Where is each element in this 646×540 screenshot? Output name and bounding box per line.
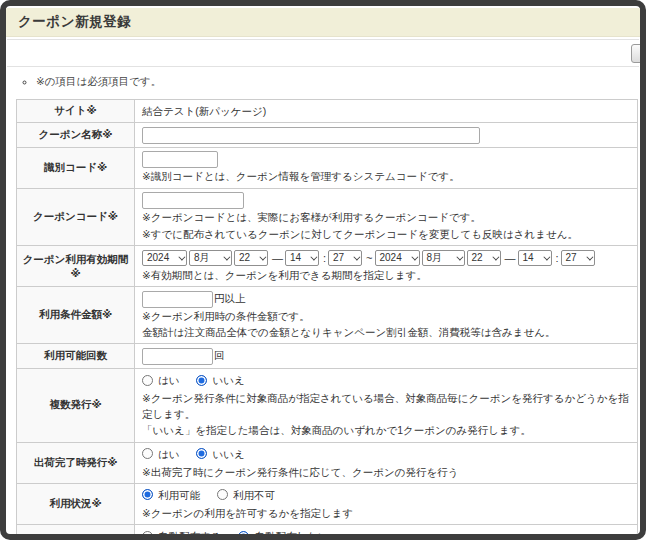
row-condition-amount: 利用条件金額※ 円以上 ※クーポン利用時の条件金額です。 金額計は注文商品全体で… [17, 286, 638, 343]
label-condition-amount: 利用条件金額※ [17, 286, 135, 343]
id-code-note: ※識別コードとは、クーポン情報を管理するシステムコードです。 [142, 168, 630, 184]
period-start-year-select[interactable]: 2024 [142, 250, 187, 266]
usage-status-radio-group: 利用可能 利用不可 [142, 487, 630, 505]
period-end-month-select[interactable]: 8月 [422, 250, 465, 266]
period-end-year-select[interactable]: 2024 [375, 250, 420, 266]
site-value: 結合テスト(新パッケージ) [142, 105, 266, 117]
row-coupon-name: クーポン名称※ [17, 123, 638, 148]
chevron-down-icon [492, 253, 499, 260]
chevron-down-icon [456, 253, 463, 260]
multi-issue-option-yes[interactable]: はい [142, 372, 180, 388]
count-suffix: 回 [214, 349, 225, 361]
select-value: 14 [523, 250, 534, 266]
row-id-code: 識別コード※ ※識別コードとは、クーポン情報を管理するシステムコードです。 [17, 147, 638, 188]
label-coupon-code: クーポンコード※ [17, 188, 135, 245]
select-value: 8月 [194, 250, 210, 266]
row-ship-issue: 出荷完了時発行※ はい いいえ ※出荷完了時にクーポン発行条件に応じて、クーポン… [17, 442, 638, 483]
radio-label: いいえ [212, 372, 244, 388]
coupon-code-input[interactable] [142, 192, 244, 209]
auto-distribute-option-no[interactable]: 自動配布しない [238, 528, 328, 540]
ship-issue-option-no[interactable]: いいえ [196, 446, 244, 462]
cutoff-button[interactable] [631, 44, 644, 63]
select-value: 27 [333, 250, 344, 266]
chevron-down-icon [543, 253, 550, 260]
label-auto-distribute: 自動配布※ [17, 524, 135, 540]
usable-count-input[interactable] [142, 348, 213, 365]
required-note: ※の項目は必須項目です。 [36, 74, 640, 90]
row-valid-period: クーポン利用有効期間※ 2024 8月 22 — 14 [17, 245, 638, 286]
valid-period-note: ※有効期間とは、クーポンを利用できる期間を指定します。 [142, 267, 630, 283]
window-frame: クーポン新規登録 ※の項目は必須項目です。 サイト※ 結合テスト(新パッケージ)… [0, 0, 646, 540]
auto-distribute-option-yes[interactable]: 自動配布する [142, 528, 222, 540]
radio-label: 利用不可 [233, 487, 275, 503]
chevron-down-icon [178, 253, 185, 260]
multi-issue-note-2: 「いいえ」を指定した場合は、対象商品のいずれかで1クーポンのみ発行します。 [142, 422, 630, 438]
required-note-area: ※の項目は必須項目です。 [6, 67, 640, 96]
range-separator: ~ [366, 252, 372, 264]
label-valid-period: クーポン利用有効期間※ [17, 245, 135, 286]
row-site: サイト※ 結合テスト(新パッケージ) [17, 99, 638, 122]
condition-amount-note-2: 金額計は注文商品全体での金額となりキャンペーン割引金額、消費税等は含みません。 [142, 324, 630, 340]
time-separator: : [323, 252, 326, 264]
condition-amount-note-1: ※クーポン利用時の条件金額です。 [142, 308, 630, 324]
row-usage-status: 利用状況※ 利用可能 利用不可 ※クーポンの利用を許可するかを指定します [17, 483, 638, 524]
coupon-code-note-1: ※クーポンコードとは、実際にお客様が利用するクーポンコードです。 [142, 209, 630, 225]
ship-issue-option-yes[interactable]: はい [142, 446, 180, 462]
usage-status-note: ※クーポンの利用を許可するかを指定します [142, 505, 630, 521]
row-auto-distribute: 自動配布※ 自動配布する 自動配布しない ※新規店舗を登録時に発行期間内であれば… [17, 524, 638, 540]
radio-unchecked-icon [142, 448, 153, 459]
radio-label: いいえ [212, 446, 244, 462]
label-usable-count: 利用可能回数 [17, 344, 135, 369]
label-usage-status: 利用状況※ [17, 483, 135, 524]
select-value: 2024 [380, 250, 402, 266]
ship-issue-note: ※出荷完了時にクーポン発行条件に応じて、クーポンの発行を行う [142, 464, 630, 480]
chevron-down-icon [259, 253, 266, 260]
usage-status-option-enabled[interactable]: 利用可能 [142, 487, 200, 503]
ship-issue-radio-group: はい いいえ [142, 446, 630, 464]
toolbar [7, 39, 639, 67]
coupon-name-input[interactable] [142, 127, 480, 144]
row-coupon-code: クーポンコード※ ※クーポンコードとは、実際にお客様が利用するクーポンコードです… [17, 188, 638, 245]
period-selects: 2024 8月 22 — 14 : 27 [142, 249, 630, 267]
coupon-form-table: サイト※ 結合テスト(新パッケージ) クーポン名称※ 識別コード※ ※識別コード… [16, 99, 638, 540]
radio-unchecked-icon [142, 375, 153, 386]
period-start-day-select[interactable]: 22 [234, 250, 268, 266]
select-value: 22 [239, 250, 250, 266]
period-start-hour-select[interactable]: 14 [285, 250, 319, 266]
select-value: 22 [472, 250, 483, 266]
chevron-down-icon [310, 253, 317, 260]
radio-label: はい [158, 446, 180, 462]
id-code-input[interactable] [142, 151, 218, 168]
radio-label: 利用可能 [158, 487, 200, 503]
row-usable-count: 利用可能回数 回 [17, 344, 638, 369]
time-separator: : [556, 252, 559, 264]
select-value: 27 [566, 250, 577, 266]
radio-label: 自動配布する [158, 528, 222, 540]
amount-suffix: 円以上 [214, 292, 246, 304]
period-end-hour-select[interactable]: 14 [518, 250, 552, 266]
select-value: 14 [290, 250, 301, 266]
page-title: クーポン新規登録 [18, 13, 131, 31]
radio-unchecked-icon [142, 531, 153, 540]
radio-unchecked-icon [217, 489, 228, 500]
radio-label: 自動配布しない [254, 528, 328, 540]
chevron-down-icon [353, 253, 360, 260]
coupon-code-note-2: ※すでに配布されているクーポンに対してクーポンコードを変更しても反映はされません… [142, 226, 630, 242]
period-start-minute-select[interactable]: 27 [328, 250, 362, 266]
period-start-month-select[interactable]: 8月 [189, 250, 232, 266]
radio-checked-icon [238, 531, 249, 540]
radio-checked-icon [142, 489, 153, 500]
label-site: サイト※ [17, 99, 135, 122]
condition-amount-input[interactable] [142, 291, 213, 308]
select-value: 8月 [427, 250, 443, 266]
row-multi-issue: 複数発行※ はい いいえ ※クーポン発行条件に対象商品が指定されている場合、対象… [17, 368, 638, 442]
period-end-day-select[interactable]: 22 [467, 250, 501, 266]
datetime-separator: — [272, 252, 283, 264]
radio-label: はい [158, 372, 180, 388]
multi-issue-radio-group: はい いいえ [142, 372, 630, 390]
radio-checked-icon [196, 375, 207, 386]
period-end-minute-select[interactable]: 27 [561, 250, 595, 266]
label-id-code: 識別コード※ [17, 147, 135, 188]
multi-issue-option-no[interactable]: いいえ [196, 372, 244, 388]
usage-status-option-disabled[interactable]: 利用不可 [217, 487, 275, 503]
